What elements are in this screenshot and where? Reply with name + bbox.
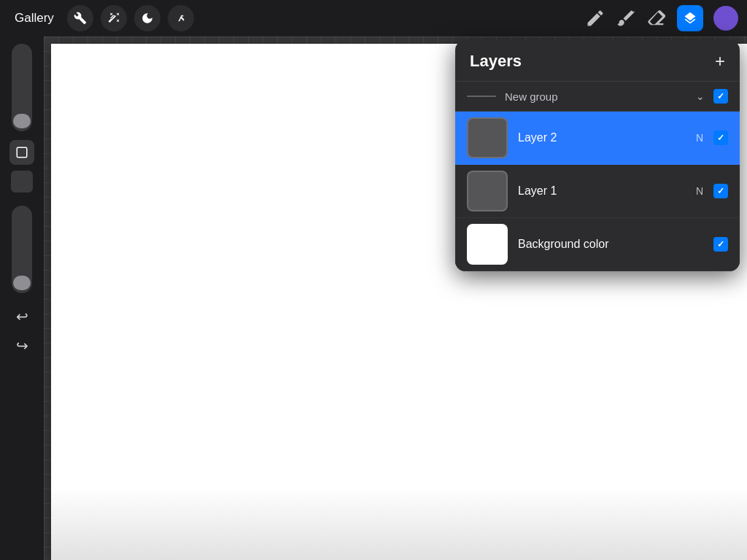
brush-icon [616, 8, 636, 28]
layer1-name: Layer 1 [518, 184, 696, 198]
pen-tool-button[interactable] [585, 8, 605, 28]
brush-size-slider[interactable] [12, 44, 32, 131]
adjust-button[interactable] [101, 5, 127, 31]
layers-header: Layers + [455, 40, 740, 82]
toolbar-left: Gallery [9, 5, 194, 31]
smudge-icon [141, 12, 154, 25]
left-sidebar: ↩ ↪ [0, 36, 44, 560]
layer2-thumbnail [467, 117, 508, 158]
eraser-icon [646, 8, 667, 28]
top-toolbar: Gallery [0, 0, 747, 36]
layer1-blend-mode: N [696, 185, 703, 197]
layer2-visibility-checkbox[interactable] [713, 131, 728, 145]
new-group-row[interactable]: New group ⌄ [455, 82, 740, 112]
brush-size-thumb [13, 114, 31, 128]
layers-icon [683, 11, 697, 26]
redo-button[interactable]: ↪ [10, 331, 34, 360]
add-layer-button[interactable]: + [715, 52, 725, 70]
shape-tool-button[interactable] [9, 140, 34, 165]
background-name: Background color [518, 238, 703, 251]
svg-rect-0 [17, 147, 27, 158]
layers-title: Layers [470, 52, 522, 71]
wrench-button[interactable] [67, 5, 93, 31]
smudge-button[interactable] [134, 5, 160, 31]
gallery-button[interactable]: Gallery [9, 8, 60, 28]
cursor-icon [174, 12, 187, 25]
canvas-shadow [51, 487, 747, 560]
layer2-name: Layer 2 [518, 131, 696, 144]
pen-icon [585, 8, 605, 28]
group-label: New group [505, 90, 696, 103]
arrow-button[interactable] [168, 5, 194, 31]
layers-button[interactable] [677, 5, 703, 31]
layer-row-layer2[interactable]: Layer 2 N [455, 112, 740, 165]
group-visibility-checkbox[interactable] [713, 89, 728, 104]
layer-row-layer1[interactable]: Layer 1 N [455, 165, 740, 218]
undo-button[interactable]: ↩ [10, 302, 34, 331]
background-thumbnail [467, 224, 508, 265]
brush-tool-button[interactable] [616, 8, 636, 28]
layers-panel: Layers + New group ⌄ Layer 2 N Layer 1 N… [455, 40, 740, 271]
wrench-icon [74, 12, 87, 25]
chevron-down-icon: ⌄ [696, 90, 705, 102]
opacity-slider[interactable] [12, 206, 32, 293]
shape-icon [15, 146, 28, 159]
group-line [467, 96, 496, 97]
color-swatch[interactable] [11, 171, 33, 192]
background-visibility-checkbox[interactable] [713, 237, 728, 252]
layer2-blend-mode: N [696, 132, 703, 144]
eraser-tool-button[interactable] [646, 8, 667, 28]
magic-icon [107, 12, 120, 25]
layer1-thumbnail [467, 171, 508, 211]
toolbar-right [585, 5, 738, 31]
layer-row-background[interactable]: Background color [455, 218, 740, 271]
layer1-visibility-checkbox[interactable] [713, 184, 728, 198]
opacity-thumb [13, 276, 31, 290]
avatar-button[interactable] [713, 6, 738, 31]
